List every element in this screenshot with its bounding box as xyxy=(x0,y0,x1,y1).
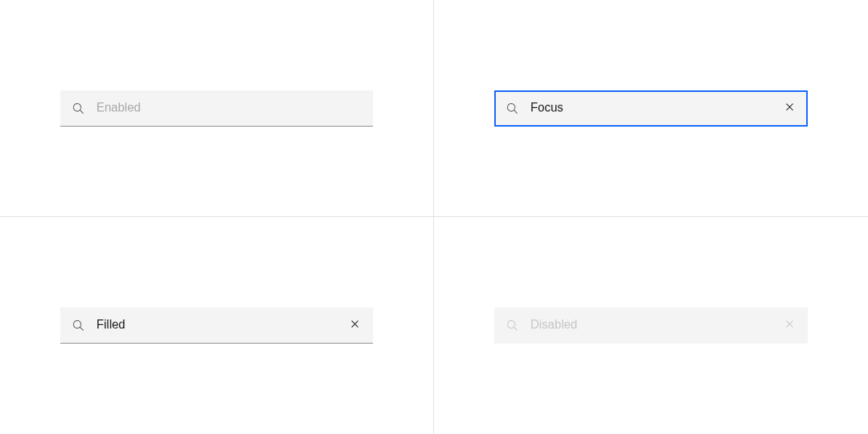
search-value: Focus xyxy=(530,99,772,116)
close-icon xyxy=(784,101,796,116)
search-icon xyxy=(494,90,530,127)
clear-button[interactable] xyxy=(337,307,373,344)
search-field-enabled[interactable]: Enabled xyxy=(60,90,373,127)
search-icon xyxy=(60,90,96,127)
close-icon xyxy=(349,318,361,333)
search-value: Filled xyxy=(96,316,337,333)
cell-filled: Filled xyxy=(0,217,434,434)
cell-focus: Focus xyxy=(434,0,868,217)
search-states-grid: Enabled Focus Filled xyxy=(0,0,868,434)
search-placeholder: Disabled xyxy=(530,316,772,333)
search-field-focus[interactable]: Focus xyxy=(494,90,808,127)
close-icon xyxy=(784,318,796,333)
clear-button xyxy=(772,307,808,344)
search-icon xyxy=(494,307,530,344)
search-field-disabled: Disabled xyxy=(494,307,808,344)
search-field-filled[interactable]: Filled xyxy=(60,307,373,344)
cell-disabled: Disabled xyxy=(434,217,868,434)
search-placeholder: Enabled xyxy=(96,99,373,116)
cell-enabled: Enabled xyxy=(0,0,434,217)
search-icon xyxy=(60,307,96,344)
clear-button[interactable] xyxy=(772,90,808,127)
